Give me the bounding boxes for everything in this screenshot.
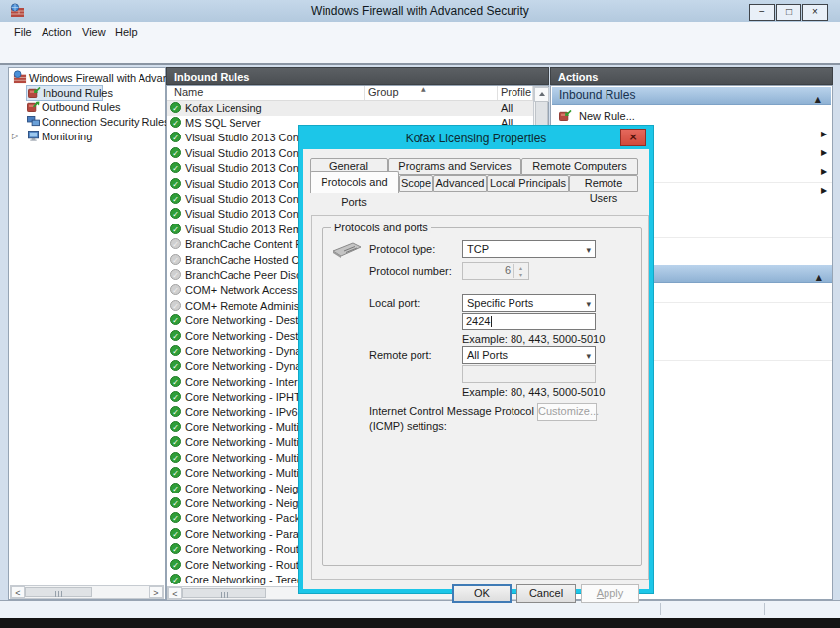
console-tree-panel: Windows Firewall with Advance Inbound Ru…: [8, 67, 166, 600]
rule-disabled-icon: ✓: [170, 269, 181, 280]
tree-root-label[interactable]: Windows Firewall with Advance: [29, 72, 180, 84]
scroll-right-button[interactable]: >: [149, 586, 163, 598]
column-separator: [497, 86, 498, 101]
chevron-down-icon: ▾: [586, 296, 591, 312]
scrollbar-thumb[interactable]: [182, 588, 266, 598]
local-port-value: Specific Ports: [467, 297, 533, 309]
tree-item-outbound-rules[interactable]: Outbound Rules: [26, 100, 164, 114]
rule-enabled-icon: ✓: [170, 483, 181, 493]
tree-horizontal-scrollbar[interactable]: < >: [10, 585, 164, 599]
tree-item-inbound-rules[interactable]: Inbound Rules: [26, 85, 103, 101]
dialog-close-icon[interactable]: ×: [620, 129, 646, 146]
outbound-rules-icon: [27, 101, 40, 114]
groupbox-label: Protocols and ports: [331, 222, 431, 233]
rule-enabled-icon: ✓: [170, 102, 181, 113]
menu-action[interactable]: Action: [38, 25, 76, 39]
protocol-type-label: Protocol type:: [369, 243, 435, 255]
chevron-down-icon: ▾: [586, 348, 591, 364]
tree-item-monitoring[interactable]: Monitoring: [26, 130, 164, 143]
rule-enabled-icon: ✓: [170, 543, 181, 554]
protocol-type-value: TCP: [467, 243, 489, 255]
remote-port-select[interactable]: All Ports ▾: [462, 346, 596, 364]
local-port-example: Example: 80, 443, 5000-5010: [462, 333, 605, 345]
rule-enabled-icon: ✓: [170, 330, 181, 341]
rule-enabled-icon: ✓: [170, 574, 181, 584]
submenu-arrow-icon[interactable]: ▶: [821, 148, 829, 158]
protocol-number-stepper[interactable]: 6 ▴▾: [462, 262, 529, 280]
new-rule-icon: [559, 110, 572, 123]
actions-panel-header: Actions: [550, 67, 833, 85]
scroll-left-button[interactable]: <: [11, 586, 25, 598]
scrollbar-thumb[interactable]: [25, 587, 92, 597]
rule-disabled-icon: ✓: [170, 238, 181, 249]
rule-enabled-icon: ✓: [170, 528, 181, 539]
rule-enabled-icon: ✓: [170, 406, 181, 417]
protocol-type-select[interactable]: TCP ▾: [462, 240, 596, 258]
collapse-icon[interactable]: ▲: [815, 91, 821, 108]
remote-port-input: [462, 365, 596, 383]
customize-button: Customize...: [537, 403, 597, 421]
rule-disabled-icon: ✓: [170, 254, 181, 265]
dialog-title: Kofax Licensing Properties: [299, 132, 653, 145]
rule-name: MS SQL Server: [185, 117, 261, 129]
rule-enabled-icon: ✓: [170, 162, 181, 173]
rule-name: Core Networking - Neighbo: [185, 497, 317, 509]
tab-protocols-and-ports[interactable]: Protocols and Ports: [310, 171, 399, 193]
rule-name: Kofax Licensing: [185, 102, 262, 114]
menu-view[interactable]: View: [78, 25, 110, 39]
maximize-button[interactable]: □: [776, 4, 801, 21]
rule-enabled-icon: ✓: [170, 345, 181, 356]
minimize-button[interactable]: −: [749, 4, 775, 21]
scroll-left-button[interactable]: <: [168, 587, 182, 599]
section-label: Inbound Rules: [559, 88, 635, 102]
tab-scope[interactable]: Scope: [399, 175, 433, 192]
rule-name: Core Networking - Neighbo: [185, 483, 317, 494]
tab-remote-users[interactable]: Remote Users: [569, 175, 638, 192]
submenu-arrow-icon[interactable]: ▶: [821, 130, 829, 139]
rule-enabled-icon: ✓: [170, 314, 181, 325]
monitoring-icon: [27, 131, 40, 143]
dialog-body: General Programs and Services Remote Com…: [303, 149, 649, 589]
column-header-profile[interactable]: Profile: [501, 86, 531, 100]
text-caret: [491, 316, 492, 327]
column-header-group[interactable]: Group: [368, 86, 399, 100]
rule-enabled-icon: ✓: [170, 452, 181, 463]
spinner-arrows-icon[interactable]: ▴▾: [513, 264, 527, 278]
rule-enabled-icon: ✓: [170, 436, 181, 447]
ok-button[interactable]: OK: [452, 584, 512, 603]
tab-advanced[interactable]: Advanced: [433, 175, 487, 192]
sort-ascending-icon: ▲: [421, 85, 426, 92]
action-item-new-rule[interactable]: New Rule...: [551, 107, 832, 125]
local-port-input-value: 2424: [466, 315, 490, 327]
actions-section-inbound-rules[interactable]: Inbound Rules ▲: [552, 87, 831, 105]
toolbar: ?: [0, 42, 840, 63]
tree-item-label: Inbound Rules: [43, 87, 113, 99]
menu-file[interactable]: File: [10, 25, 36, 39]
submenu-arrow-icon[interactable]: ▶: [821, 186, 829, 196]
menu-bar: File Action View Help: [0, 22, 840, 42]
tab-programs-and-services[interactable]: Programs and Services: [388, 158, 521, 175]
tree-item-label: Monitoring: [42, 131, 92, 142]
rule-enabled-icon: ✓: [170, 467, 181, 478]
submenu-arrow-icon[interactable]: ▶: [821, 167, 829, 177]
column-header-name[interactable]: Name: [174, 86, 203, 100]
firewall-root-icon: [13, 70, 27, 86]
tab-local-principals[interactable]: Local Principals: [487, 175, 569, 192]
icmp-settings-label: Internet Control Message Protocol (ICMP)…: [369, 404, 537, 434]
taskbar-strip: [0, 618, 840, 628]
close-button[interactable]: ×: [802, 4, 828, 21]
column-separator: [364, 86, 365, 101]
expander-icon[interactable]: ▷: [12, 132, 18, 140]
tree-item-connection-security-rules[interactable]: Connection Security Rules: [26, 115, 164, 129]
tab-remote-computers[interactable]: Remote Computers: [521, 158, 638, 175]
menu-help[interactable]: Help: [111, 25, 141, 39]
table-row[interactable]: ✓Kofax LicensingAll: [167, 101, 533, 116]
scroll-up-button[interactable]: [534, 87, 549, 102]
cancel-button[interactable]: Cancel: [516, 584, 576, 603]
status-bar: [0, 600, 840, 618]
local-port-select[interactable]: Specific Ports ▾: [462, 294, 596, 312]
local-port-input[interactable]: 2424: [462, 313, 596, 330]
collapse-icon[interactable]: ▲: [816, 269, 822, 286]
rule-enabled-icon: ✓: [170, 360, 181, 371]
remote-port-example: Example: 80, 443, 5000-5010: [462, 386, 605, 398]
